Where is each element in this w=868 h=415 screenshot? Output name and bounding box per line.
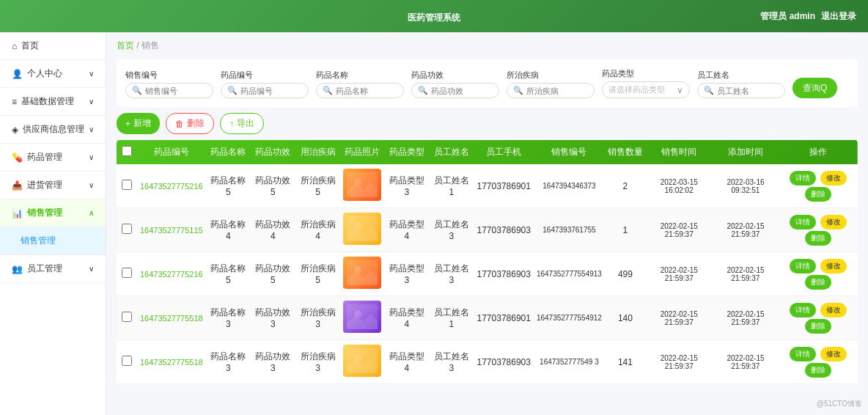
supply-icon: ◈ [12, 125, 18, 135]
del-btn-1[interactable]: 删除 [805, 231, 831, 246]
edit-btn-2[interactable]: 修改 [820, 259, 847, 273]
cell-drug-name-4: 药品名称3 [206, 340, 251, 384]
sidebar-label-staff: 员工管理 [27, 262, 62, 275]
drug-no-input[interactable] [240, 87, 302, 95]
edit-btn-3[interactable]: 修改 [820, 303, 847, 317]
delete-button[interactable]: 🗑 删除 [166, 113, 214, 134]
sidebar-label-import: 进货管理 [27, 179, 62, 191]
del-btn-4[interactable]: 删除 [805, 363, 831, 378]
trash-icon: 🗑 [175, 119, 184, 129]
cell-sale-time-3: 2022-02-15 21:59:37 [646, 296, 713, 340]
sidebar-item-personal[interactable]: 👤 个人中心 ∨ [0, 60, 106, 88]
label-drug-effect: 药品功效 [411, 70, 499, 81]
cell-drug-type-3: 药品类型4 [384, 296, 429, 340]
detail-btn-3[interactable]: 详情 [790, 303, 816, 317]
search-button[interactable]: 查询Q [792, 78, 837, 98]
cell-add-time-0: 2022-03-16 09:32:51 [713, 164, 779, 208]
chevron-icon-basic: ∨ [89, 98, 94, 106]
del-btn-2[interactable]: 删除 [805, 275, 831, 290]
search-field-drug-no: 药品编号 🔍 [221, 70, 309, 98]
cell-drug-type-4: 药品类型4 [384, 340, 429, 384]
search-field-drug-name: 药品名称 🔍 [316, 70, 404, 98]
cell-sale-no-4: 1647352777549 3 [534, 340, 605, 384]
detail-btn-2[interactable]: 详情 [790, 259, 816, 273]
disease-input-wrap: 🔍 [507, 83, 595, 98]
cell-photo-1 [340, 208, 384, 252]
sidebar-item-basic-data[interactable]: ≡ 基础数据管理 ∨ [0, 88, 106, 116]
label-sale-no: 销售编号 [125, 70, 213, 81]
cell-staff-name-0: 员工姓名1 [429, 164, 474, 208]
breadcrumb-current: 销售 [141, 40, 159, 51]
breadcrumb: 首页 / 销售 [117, 40, 858, 52]
table-row: 16473527775115 药品名称4 药品功效4 所治疾病4 药品类型4 员… [117, 208, 858, 252]
edit-btn-1[interactable]: 修改 [820, 215, 847, 229]
label-staff-name: 员工姓名 [697, 70, 785, 81]
cell-drug-type-2: 药品类型3 [384, 252, 429, 296]
cell-op-4: 详情 修改 删除 [779, 340, 858, 384]
sidebar-label-sales: 销售管理 [27, 207, 62, 219]
cell-disease-3: 所治疾病3 [295, 296, 340, 340]
sidebar-item-medicine[interactable]: 💊 药品管理 ∨ [0, 144, 106, 172]
cell-id-3: 16473527775518 [137, 296, 206, 340]
cell-phone-1: 17703786903 [474, 208, 534, 252]
cell-id-0: 16473527775216 [137, 164, 206, 208]
person-icon: 👤 [12, 69, 23, 79]
add-label: 新增 [133, 117, 151, 130]
medicine-icon: 💊 [12, 153, 23, 163]
edit-btn-4[interactable]: 修改 [820, 347, 847, 361]
sale-no-input[interactable] [145, 87, 207, 95]
cell-quantity-1: 1 [605, 208, 646, 252]
row-check-3[interactable] [122, 312, 132, 322]
detail-btn-1[interactable]: 详情 [790, 215, 816, 229]
logout-link[interactable]: 退出登录 [821, 9, 856, 23]
del-btn-3[interactable]: 删除 [805, 319, 831, 334]
staff-name-input[interactable] [717, 87, 779, 95]
sidebar-item-home[interactable]: 首页 [0, 32, 106, 60]
sidebar-item-staff[interactable]: 👥 员工管理 ∨ [0, 255, 106, 283]
cell-op-2: 详情 修改 删除 [779, 252, 858, 296]
cell-disease-0: 所治疾病5 [295, 164, 340, 208]
th-quantity: 销售数量 [605, 140, 646, 164]
header: 医药管理系统 管理员 admin 退出登录 [0, 0, 868, 32]
drug-name-input[interactable] [336, 87, 397, 95]
detail-btn-0[interactable]: 详情 [790, 171, 816, 186]
th-disease: 用治疾病 [295, 140, 340, 164]
export-button[interactable]: ↑ 导出 [220, 113, 264, 134]
select-chevron-icon: ∨ [677, 85, 683, 95]
cell-photo-2 [340, 252, 384, 296]
search-field-staff-name: 员工姓名 🔍 [697, 70, 785, 98]
select-all-checkbox[interactable] [122, 146, 132, 156]
th-sale-time: 销售时间 [646, 140, 713, 164]
edit-btn-0[interactable]: 修改 [820, 171, 847, 186]
disease-input[interactable] [526, 87, 588, 95]
drug-effect-input[interactable] [431, 87, 493, 95]
cell-op-1: 详情 修改 删除 [779, 208, 858, 252]
del-btn-0[interactable]: 删除 [805, 187, 831, 202]
data-table-wrap: 药品编号 药品名称 药品功效 用治疾病 药品照片 药品类型 员工姓名 员工手机 … [117, 140, 858, 384]
search-button-label: 查询Q [803, 82, 827, 95]
sidebar-item-supply[interactable]: ◈ 供应商信息管理 ∨ [0, 116, 106, 144]
chevron-icon-import: ∨ [89, 181, 94, 189]
cell-photo-3 [340, 296, 384, 340]
row-check-1[interactable] [122, 224, 132, 234]
drug-type-placeholder: 请选择药品类型 [608, 84, 665, 95]
add-button[interactable]: + 新增 [117, 113, 160, 134]
table-row: 16473527775216 药品名称5 药品功效5 所治疾病5 药品类型3 员… [117, 252, 858, 296]
row-check-0[interactable] [122, 180, 132, 190]
chevron-icon-supply: ∨ [89, 125, 94, 133]
sidebar-item-import[interactable]: 📥 进货管理 ∨ [0, 172, 106, 199]
drug-type-select[interactable]: 请选择药品类型 ∨ [602, 81, 690, 98]
cell-sale-no-1: 1647393761755 [534, 208, 605, 252]
detail-btn-4[interactable]: 详情 [790, 347, 816, 361]
table-header-row: 药品编号 药品名称 药品功效 用治疾病 药品照片 药品类型 员工姓名 员工手机 … [117, 140, 858, 164]
cell-add-time-3: 2022-02-15 21:59:37 [713, 296, 779, 340]
row-check-4[interactable] [122, 356, 132, 366]
row-check-2[interactable] [122, 268, 132, 278]
cell-staff-name-1: 员工姓名3 [429, 208, 474, 252]
sidebar-item-sales[interactable]: 📊 销售管理 ∧ [0, 199, 106, 227]
cell-photo-4 [340, 340, 384, 384]
th-checkbox [117, 140, 137, 164]
cell-id-4: 16473527775518 [137, 340, 206, 384]
sidebar-item-sales-sub[interactable]: 销售管理 [0, 227, 106, 255]
breadcrumb-home[interactable]: 首页 [117, 40, 134, 51]
